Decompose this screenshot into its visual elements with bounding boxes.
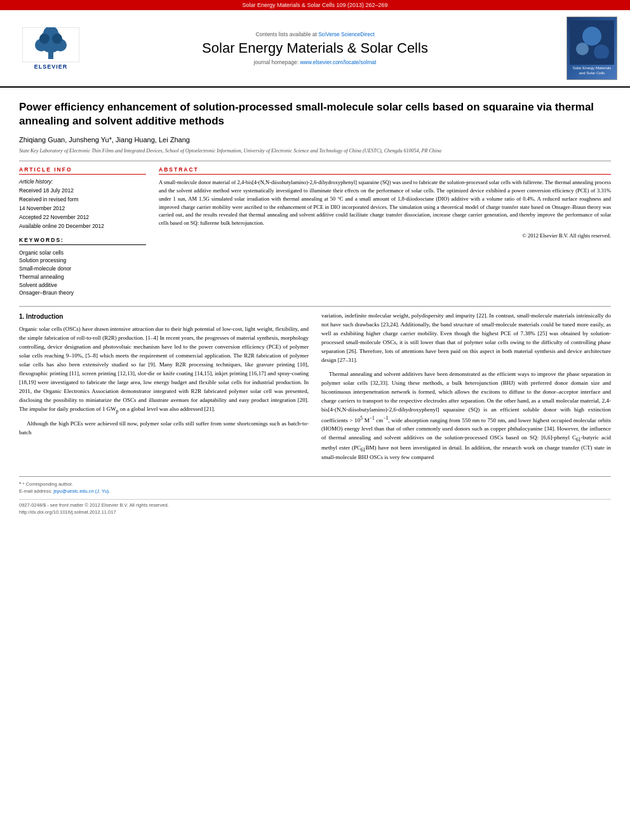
accepted-date: Accepted 22 November 2012 [19,214,146,222]
body-para-2: Although the high PCEs were achieved til… [19,420,309,437]
body-col-left: 1. Introduction Organic solar cells (OSC… [19,312,309,467]
journal-bar-text: Solar Energy Materials & Solar Cells 109… [242,2,387,8]
online-date: Available online 20 December 2012 [19,223,146,230]
svg-point-10 [576,43,589,55]
history-label: Article history: [19,178,146,186]
footer-section: * * Corresponding author. E-mail address… [19,476,611,515]
revised-label: Received in revised form [19,196,146,204]
journal-bar: Solar Energy Materials & Solar Cells 109… [0,0,630,10]
keyword-3: Small-molecule donor [19,265,146,273]
authors: Zhiqiang Guan, Junsheng Yu*, Jiang Huang… [19,136,611,143]
elsevier-logo: ELSEVIER [13,27,89,70]
article-title: Power efficiency enhancement of solution… [19,100,611,128]
divider-2 [19,306,611,307]
keyword-4: Thermal annealing [19,273,146,281]
body-para-1: Organic solar cells (OSCs) have drawn in… [19,325,309,415]
journal-homepage-link[interactable]: www.elsevier.com/locate/solmat [300,59,376,65]
svg-point-7 [52,34,62,44]
affiliation: State Key Laboratory of Electronic Thin … [19,147,611,154]
email-link[interactable]: jsyu@uestc.edu.cn (J. Yu). [53,488,110,494]
divider-1 [19,161,611,161]
keywords-section: Keywords: Organic solar cells Solution p… [19,237,146,298]
publisher-logo-area: ELSEVIER [13,27,89,70]
footnote-email: E-mail address: jsyu@uestc.edu.cn (J. Yu… [19,488,611,494]
issn-line: 0927-0248/$ - see front matter © 2012 El… [19,502,611,508]
cover-art-icon [570,20,614,65]
keyword-5: Solvent additive [19,281,146,290]
body-content: 1. Introduction Organic solar cells (OSC… [19,312,611,467]
journal-title: Solar Energy Materials & Solar Cells [95,40,535,57]
keyword-6: Onsager–Braun theory [19,289,146,297]
svg-point-6 [39,34,50,44]
elsevier-label: ELSEVIER [34,63,68,70]
abstract-title: ABSTRACT [159,166,611,175]
revised-date: 14 November 2012 [19,205,146,213]
keyword-1: Organic solar cells [19,249,146,257]
article-info-title: ARTICLE INFO [19,166,146,175]
copyright-line: © 2012 Elsevier B.V. All rights reserved… [159,232,611,239]
svg-point-9 [582,27,601,46]
keywords-list: Organic solar cells Solution processing … [19,249,146,298]
footer-issn-area: 0927-0248/$ - see front matter © 2012 El… [19,499,611,515]
doi-line: http://dx.doi.org/10.1016/j.solmat.2012.… [19,509,611,515]
section-1-heading: 1. Introduction [19,312,309,321]
keyword-2: Solution processing [19,257,146,265]
journal-cover-image: Solar Energy Materials and Solar Cells [566,17,617,80]
body-col-right: variation, indefinite molecular weight, … [321,312,611,467]
abstract-text: A small-molecule donor material of 2,4-b… [159,178,611,227]
sciverse-link[interactable]: SciVerse ScienceDirect [318,31,374,37]
header: ELSEVIER Contents lists available at Sci… [0,10,630,88]
body-para-4: Thermal annealing and solvent additives … [321,370,611,462]
info-abstract-row: ARTICLE INFO Article history: Received 1… [19,166,611,297]
body-para-3: variation, indefinite molecular weight, … [321,312,611,365]
article-info-section: ARTICLE INFO Article history: Received 1… [19,166,146,297]
header-right: Solar Energy Materials and Solar Cells [541,17,617,80]
sciverse-line: Contents lists available at SciVerse Sci… [95,31,535,37]
svg-point-11 [594,44,609,60]
header-center: Contents lists available at SciVerse Sci… [89,31,541,65]
footnote-corresponding: * * Corresponding author. [19,481,611,487]
abstract-section: ABSTRACT A small-molecule donor material… [159,166,611,297]
main-content: Power efficiency enhancement of solution… [0,88,630,529]
svg-rect-12 [573,58,611,63]
keywords-title: Keywords: [19,237,146,245]
elsevier-tree-icon [22,27,79,62]
journal-homepage: journal homepage: www.elsevier.com/locat… [95,59,535,65]
received-date: Received 18 July 2012 [19,187,146,195]
journal-cover-text: Solar Energy Materials and Solar Cells [573,66,612,76]
